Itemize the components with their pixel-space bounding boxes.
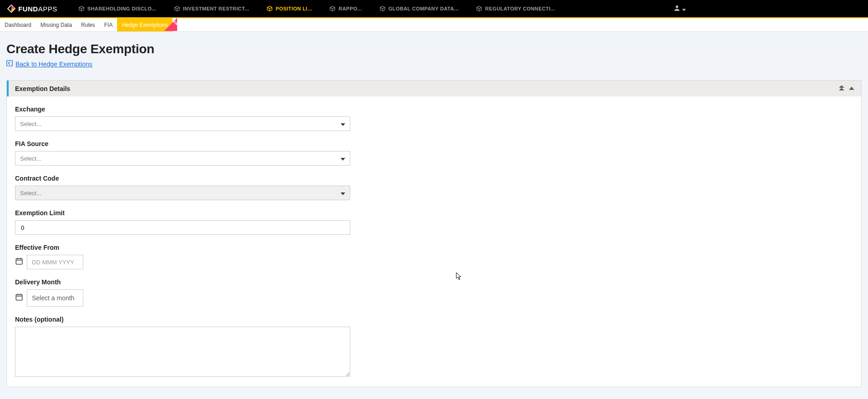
- svg-marker-7: [839, 88, 844, 91]
- contract-code-select[interactable]: Select...: [15, 186, 350, 200]
- exemption-details-panel: Exemption Details Exchange Select...: [6, 80, 862, 387]
- svg-marker-6: [839, 85, 844, 88]
- primary-nav: SHAREHOLDING DISCLO... INVESTMENT RESTRI…: [78, 5, 556, 12]
- cube-icon: [329, 5, 336, 12]
- nav-global-company[interactable]: GLOBAL COMPANY DATA...: [379, 5, 459, 12]
- caret-down-icon: [682, 5, 686, 13]
- effective-from-label: Effective From: [15, 244, 853, 251]
- tab-missing-data[interactable]: Missing Data: [36, 18, 77, 31]
- delivery-month-select[interactable]: Select a month: [27, 289, 83, 307]
- svg-rect-16: [16, 294, 22, 300]
- field-contract-code: Contract Code Select...: [15, 175, 853, 200]
- back-link[interactable]: Back to Hedge Exemptions: [6, 60, 92, 68]
- logo-text: FUNDAPPS: [18, 5, 57, 13]
- caret-down-icon: [341, 121, 345, 127]
- svg-marker-4: [682, 9, 686, 11]
- fia-source-select[interactable]: Select...: [15, 151, 350, 166]
- svg-marker-9: [341, 123, 345, 126]
- svg-marker-11: [341, 192, 345, 195]
- svg-marker-8: [849, 87, 854, 90]
- cube-icon: [266, 5, 273, 12]
- panel-title: Exemption Details: [15, 85, 70, 92]
- notes-label: Notes (optional): [15, 316, 853, 323]
- nav-rapportr[interactable]: RAPPO...: [329, 5, 362, 12]
- contract-code-label: Contract Code: [15, 175, 853, 182]
- panel-body: Exchange Select... FIA Source Select...: [7, 96, 861, 387]
- svg-marker-2: [11, 9, 15, 12]
- calendar-icon[interactable]: [15, 293, 23, 303]
- date-placeholder: DD MMM YYYY: [32, 259, 74, 266]
- field-delivery-month: Delivery Month Select a month: [15, 278, 853, 307]
- user-menu[interactable]: [674, 5, 686, 13]
- nav-regulatory[interactable]: REGULATORY CONNECTI...: [476, 5, 555, 12]
- effective-from-input[interactable]: DD MMM YYYY: [27, 255, 83, 269]
- field-fia-source: FIA Source Select...: [15, 140, 853, 166]
- cube-icon: [379, 5, 386, 12]
- exemption-limit-input-wrapper: [15, 220, 350, 235]
- calendar-icon[interactable]: [15, 257, 23, 267]
- panel-header: Exemption Details: [7, 81, 861, 96]
- field-effective-from: Effective From DD MMM YYYY: [15, 244, 853, 269]
- back-arrow-icon: [6, 60, 13, 68]
- exemption-limit-label: Exemption Limit: [15, 209, 853, 217]
- collapse-all-icon[interactable]: [838, 85, 845, 92]
- field-notes: Notes (optional): [15, 316, 853, 379]
- cube-icon: [174, 5, 180, 12]
- svg-point-3: [676, 5, 679, 8]
- nav-investment[interactable]: INVESTMENT RESTRICT...: [174, 5, 250, 12]
- svg-marker-10: [341, 158, 345, 161]
- caret-down-icon: [341, 190, 345, 197]
- select-placeholder: Select...: [20, 190, 41, 197]
- tab-hedge-exemptions[interactable]: Hedge Exemptions NEW: [117, 18, 172, 31]
- tab-fia[interactable]: FIA: [100, 18, 117, 31]
- select-placeholder: Select...: [20, 121, 41, 127]
- fia-source-label: FIA Source: [15, 140, 853, 147]
- cube-icon: [476, 5, 482, 12]
- logo-icon: [7, 5, 15, 13]
- tab-dashboard[interactable]: Dashboard: [0, 18, 36, 31]
- page-title: Create Hedge Exemption: [6, 42, 862, 56]
- field-exemption-limit: Exemption Limit: [15, 209, 853, 235]
- field-exchange: Exchange Select...: [15, 106, 853, 131]
- secondary-nav: Dashboard Missing Data Rules FIA Hedge E…: [0, 18, 868, 32]
- notes-textarea[interactable]: [15, 327, 350, 377]
- select-placeholder: Select...: [20, 155, 41, 162]
- month-placeholder: Select a month: [32, 294, 74, 302]
- exemption-limit-input[interactable]: [20, 224, 345, 232]
- cube-icon: [78, 5, 85, 12]
- collapse-icon[interactable]: [848, 85, 855, 92]
- svg-rect-12: [16, 258, 22, 264]
- brand-logo[interactable]: FUNDAPPS: [7, 5, 57, 13]
- new-badge: NEW: [164, 18, 177, 31]
- exchange-select[interactable]: Select...: [15, 116, 350, 131]
- svg-rect-5: [7, 61, 12, 66]
- caret-down-icon: [341, 155, 345, 162]
- nav-shareholding[interactable]: SHAREHOLDING DISCLO...: [78, 5, 157, 12]
- delivery-month-label: Delivery Month: [15, 278, 853, 286]
- nav-position-limits[interactable]: POSITION LI...: [266, 5, 312, 12]
- user-icon: [674, 5, 680, 13]
- global-nav-bar: FUNDAPPS SHAREHOLDING DISCLO... INVESTME…: [0, 0, 868, 18]
- exchange-label: Exchange: [15, 106, 853, 113]
- tab-rules[interactable]: Rules: [77, 18, 100, 31]
- page-content: Create Hedge Exemption Back to Hedge Exe…: [0, 32, 868, 399]
